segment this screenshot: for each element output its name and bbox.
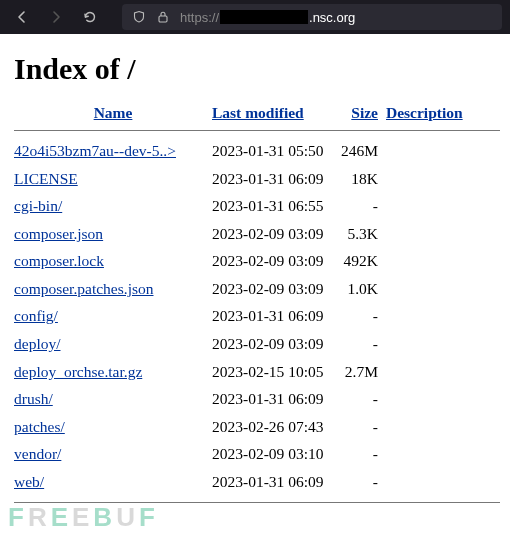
file-size: -	[340, 330, 382, 358]
file-link[interactable]: 42o4i53bzm7au--dev-5..>	[14, 142, 176, 159]
file-modified: 2023-01-31 05:50	[212, 137, 340, 165]
file-size: 246M	[340, 137, 382, 165]
file-modified: 2023-01-31 06:09	[212, 468, 340, 496]
url-bar[interactable]: https:// .nsc.org	[122, 4, 502, 30]
file-modified: 2023-01-31 06:09	[212, 302, 340, 330]
page-content: Index of / Name Last modified Size Descr…	[0, 34, 510, 538]
file-link[interactable]: patches/	[14, 418, 65, 435]
divider-bottom	[14, 502, 500, 503]
file-modified: 2023-02-15 10:05	[212, 358, 340, 386]
file-row: vendor/2023-02-09 03:10-	[14, 440, 500, 468]
file-link[interactable]: LICENSE	[14, 170, 78, 187]
file-link[interactable]: cgi-bin/	[14, 197, 62, 214]
file-size: -	[340, 385, 382, 413]
file-size: -	[340, 413, 382, 441]
file-listing: Name Last modified Size Description 42o4…	[14, 104, 500, 503]
file-size: -	[340, 440, 382, 468]
header-size[interactable]: Size	[351, 104, 378, 121]
file-modified: 2023-02-09 03:09	[212, 330, 340, 358]
file-row: cgi-bin/2023-01-31 06:55-	[14, 192, 500, 220]
browser-toolbar: https:// .nsc.org	[0, 0, 510, 34]
header-name[interactable]: Name	[94, 104, 133, 121]
url-protocol: https://	[180, 10, 219, 25]
file-modified: 2023-01-31 06:55	[212, 192, 340, 220]
svg-rect-0	[159, 16, 167, 22]
file-link[interactable]: composer.json	[14, 225, 103, 242]
shield-icon	[132, 10, 146, 24]
file-link[interactable]: drush/	[14, 390, 53, 407]
file-row: LICENSE2023-01-31 06:0918K	[14, 165, 500, 193]
header-modified[interactable]: Last modified	[212, 104, 304, 121]
file-row: patches/2023-02-26 07:43-	[14, 413, 500, 441]
file-link[interactable]: web/	[14, 473, 44, 490]
file-link[interactable]: composer.lock	[14, 252, 104, 269]
file-row: 42o4i53bzm7au--dev-5..>2023-01-31 05:502…	[14, 137, 500, 165]
file-row: composer.json2023-02-09 03:095.3K	[14, 220, 500, 248]
file-modified: 2023-02-09 03:10	[212, 440, 340, 468]
listing-header: Name Last modified Size Description	[14, 104, 500, 122]
file-modified: 2023-02-09 03:09	[212, 247, 340, 275]
watermark: FREEBUF	[8, 502, 159, 533]
file-link[interactable]: config/	[14, 307, 58, 324]
file-size: -	[340, 302, 382, 330]
lock-icon	[156, 10, 170, 24]
file-modified: 2023-01-31 06:09	[212, 165, 340, 193]
reload-button[interactable]	[76, 3, 104, 31]
header-description[interactable]: Description	[386, 104, 463, 121]
divider-top	[14, 130, 500, 131]
file-size: 5.3K	[340, 220, 382, 248]
file-row: composer.lock2023-02-09 03:09492K	[14, 247, 500, 275]
file-link[interactable]: vendor/	[14, 445, 61, 462]
file-size: 1.0K	[340, 275, 382, 303]
file-link[interactable]: deploy/	[14, 335, 61, 352]
file-size: -	[340, 192, 382, 220]
file-row: deploy/2023-02-09 03:09-	[14, 330, 500, 358]
back-button[interactable]	[8, 3, 36, 31]
file-row: deploy_orchse.tar.gz2023-02-15 10:052.7M	[14, 358, 500, 386]
file-row: config/2023-01-31 06:09-	[14, 302, 500, 330]
file-row: web/2023-01-31 06:09-	[14, 468, 500, 496]
url-text: https:// .nsc.org	[180, 10, 355, 25]
file-row: drush/2023-01-31 06:09-	[14, 385, 500, 413]
url-redacted	[220, 10, 308, 24]
forward-button[interactable]	[42, 3, 70, 31]
file-size: 492K	[340, 247, 382, 275]
file-size: 18K	[340, 165, 382, 193]
file-row: composer.patches.json2023-02-09 03:091.0…	[14, 275, 500, 303]
url-host-suffix: .nsc.org	[309, 10, 355, 25]
file-link[interactable]: composer.patches.json	[14, 280, 153, 297]
file-modified: 2023-02-26 07:43	[212, 413, 340, 441]
file-modified: 2023-01-31 06:09	[212, 385, 340, 413]
file-size: 2.7M	[340, 358, 382, 386]
file-size: -	[340, 468, 382, 496]
file-modified: 2023-02-09 03:09	[212, 220, 340, 248]
file-link[interactable]: deploy_orchse.tar.gz	[14, 363, 142, 380]
page-title: Index of /	[14, 52, 500, 86]
file-modified: 2023-02-09 03:09	[212, 275, 340, 303]
